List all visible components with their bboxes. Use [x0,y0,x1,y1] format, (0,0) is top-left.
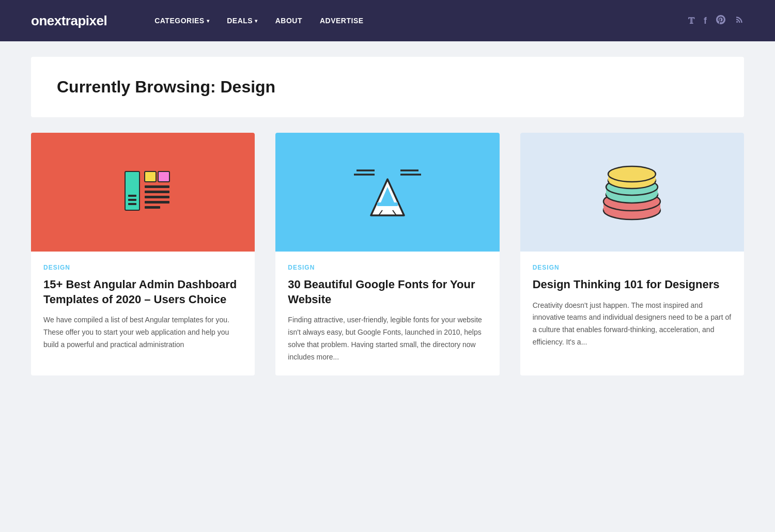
svg-rect-15 [377,202,398,206]
pinterest-icon[interactable] [716,15,725,27]
svg-rect-4 [128,199,136,201]
nav-categories[interactable]: CATEGORIES ▾ [148,12,215,29]
card-image-3 [520,133,744,252]
card-body-2: DESIGN 30 Beautiful Google Fonts for You… [275,252,499,375]
card-excerpt-1: We have compiled a list of best Angular … [43,314,242,351]
svg-rect-8 [145,196,169,198]
site-logo[interactable]: onextrapixel [31,13,107,29]
nav-advertise[interactable]: ADVERTISE [314,12,370,29]
article-card-3[interactable]: DESIGN Design Thinking 101 for Designers… [520,133,744,375]
svg-rect-6 [145,185,169,188]
card-body-1: DESIGN 15+ Best Angular Admin Dashboard … [31,252,255,364]
svg-rect-9 [145,201,169,204]
articles-grid: DESIGN 15+ Best Angular Admin Dashboard … [31,133,744,375]
card-category-1: DESIGN [43,264,242,271]
rss-icon[interactable] [735,15,744,27]
card-category-3: DESIGN [533,264,732,271]
chevron-down-icon: ▾ [255,18,258,24]
hero-banner: Currently Browsing: Design [31,57,744,117]
svg-point-26 [608,166,656,182]
svg-rect-1 [145,171,156,182]
card-body-3: DESIGN Design Thinking 101 for Designers… [520,252,744,361]
card-excerpt-3: Creativity doesn't just happen. The most… [533,300,732,349]
main-nav: CATEGORIES ▾ DEALS ▾ ABOUT ADVERTISE [148,12,688,29]
svg-rect-10 [145,206,160,209]
svg-rect-3 [128,195,136,197]
card-excerpt-2: Finding attractive, user-friendly, legib… [288,314,487,363]
card-title-2: 30 Beautiful Google Fonts for Your Websi… [288,277,487,307]
nav-about[interactable]: ABOUT [269,12,308,29]
twitter-icon[interactable]: 𝕋 [688,16,694,26]
card-image-1 [31,133,255,252]
svg-rect-2 [158,171,169,182]
svg-rect-5 [128,203,136,205]
page-title: Currently Browsing: Design [57,77,718,97]
facebook-icon[interactable]: f [704,15,707,26]
site-header: onextrapixel CATEGORIES ▾ DEALS ▾ ABOUT … [0,0,775,41]
dashboard-illustration [110,159,177,226]
social-links: 𝕋 f [688,15,744,27]
nav-deals[interactable]: DEALS ▾ [221,12,264,29]
card-category-2: DESIGN [288,264,487,271]
chevron-down-icon: ▾ [207,18,210,24]
article-card-1[interactable]: DESIGN 15+ Best Angular Admin Dashboard … [31,133,255,375]
layers-illustration [591,156,673,228]
card-image-2 [275,133,499,252]
card-title-1: 15+ Best Angular Admin Dashboard Templat… [43,277,242,307]
typography-illustration [346,151,429,233]
article-card-2[interactable]: DESIGN 30 Beautiful Google Fonts for You… [275,133,499,375]
card-title-3: Design Thinking 101 for Designers [533,277,732,292]
svg-rect-7 [145,191,169,193]
